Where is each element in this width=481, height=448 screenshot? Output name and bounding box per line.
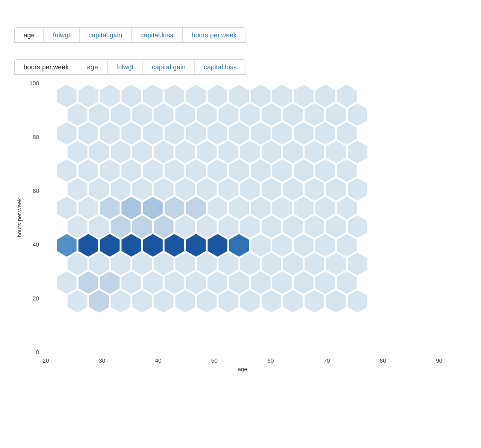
tab-capital-gain[interactable]: capital.gain — [80, 28, 131, 42]
x-axis-label: age — [43, 366, 442, 372]
tab-hours-per-week-top[interactable]: hours.per.week — [183, 28, 246, 42]
tab-capital-loss-bottom[interactable]: capital.loss — [195, 60, 246, 74]
svg-marker-112 — [261, 140, 282, 164]
svg-marker-105 — [229, 234, 249, 257]
svg-marker-19 — [78, 196, 99, 220]
svg-marker-118 — [261, 252, 282, 276]
svg-marker-21 — [78, 234, 99, 257]
svg-marker-4 — [68, 140, 88, 164]
svg-marker-65 — [164, 159, 185, 183]
svg-marker-36 — [111, 290, 131, 313]
svg-marker-11 — [56, 271, 77, 295]
tab-age[interactable]: age — [15, 28, 44, 42]
svg-marker-51 — [143, 122, 163, 145]
svg-marker-101 — [229, 159, 249, 183]
svg-marker-61 — [164, 84, 185, 108]
svg-marker-104 — [240, 215, 260, 239]
svg-marker-74 — [197, 103, 217, 127]
svg-marker-119 — [250, 271, 271, 295]
x-axis-area: 20 30 40 50 60 70 80 90 age — [43, 356, 467, 372]
svg-marker-14 — [89, 103, 109, 127]
svg-marker-20 — [89, 215, 109, 239]
svg-marker-33 — [99, 234, 120, 257]
tab-hours-per-week[interactable]: hours.per.week — [15, 60, 78, 74]
svg-marker-69 — [164, 234, 185, 257]
svg-marker-132 — [283, 290, 303, 313]
svg-marker-166 — [347, 252, 368, 276]
svg-marker-44 — [132, 215, 152, 239]
svg-marker-42 — [132, 178, 152, 201]
svg-marker-140 — [304, 215, 325, 239]
svg-marker-160 — [347, 140, 368, 164]
svg-marker-78 — [197, 178, 217, 201]
svg-marker-115 — [250, 196, 271, 220]
svg-marker-153 — [315, 234, 335, 257]
svg-marker-25 — [99, 84, 120, 108]
svg-marker-67 — [164, 196, 185, 220]
svg-marker-32 — [111, 215, 131, 239]
svg-marker-87 — [207, 122, 228, 145]
svg-marker-129 — [272, 234, 292, 257]
svg-marker-13 — [78, 84, 99, 108]
tab-fnlwgt[interactable]: fnlwgt — [44, 28, 80, 42]
svg-marker-126 — [283, 178, 303, 201]
svg-marker-163 — [337, 196, 357, 220]
svg-marker-71 — [164, 271, 185, 295]
svg-marker-145 — [315, 84, 335, 108]
svg-marker-139 — [294, 196, 314, 220]
svg-marker-8 — [68, 215, 88, 239]
svg-marker-106 — [240, 252, 260, 276]
svg-marker-124 — [283, 140, 303, 164]
svg-marker-114 — [261, 178, 282, 201]
svg-marker-100 — [240, 140, 260, 164]
svg-marker-58 — [154, 252, 174, 276]
tab-capital-loss[interactable]: capital.loss — [131, 28, 183, 42]
svg-marker-68 — [175, 215, 195, 239]
svg-marker-35 — [99, 271, 120, 295]
svg-marker-148 — [326, 140, 346, 164]
svg-marker-62 — [175, 103, 195, 127]
svg-marker-91 — [207, 196, 228, 220]
svg-marker-66 — [175, 178, 195, 201]
svg-marker-94 — [218, 252, 239, 276]
svg-marker-77 — [186, 159, 206, 183]
svg-marker-159 — [337, 122, 357, 145]
svg-marker-121 — [272, 84, 292, 108]
svg-marker-37 — [121, 84, 142, 108]
svg-marker-113 — [250, 159, 271, 183]
svg-marker-39 — [121, 122, 142, 145]
svg-marker-147 — [315, 122, 335, 145]
tab-age-bottom[interactable]: age — [78, 60, 107, 74]
svg-marker-28 — [111, 140, 131, 164]
svg-marker-168 — [347, 290, 368, 313]
svg-marker-158 — [347, 103, 368, 127]
svg-marker-64 — [175, 140, 195, 164]
svg-marker-24 — [89, 290, 109, 313]
svg-marker-17 — [78, 159, 99, 183]
tab-capital-gain-bottom[interactable]: capital.gain — [143, 60, 195, 74]
svg-marker-2 — [68, 103, 88, 127]
svg-marker-3 — [56, 122, 77, 145]
svg-marker-133 — [294, 84, 314, 108]
svg-marker-43 — [121, 196, 142, 220]
svg-marker-142 — [304, 252, 325, 276]
svg-marker-54 — [154, 178, 174, 201]
svg-marker-146 — [326, 103, 346, 127]
chart-area: hours.per.week 100 80 60 40 20 0 — [14, 80, 467, 356]
svg-marker-53 — [143, 159, 163, 183]
svg-marker-38 — [132, 103, 152, 127]
hex-chart — [43, 80, 442, 356]
svg-marker-97 — [229, 84, 249, 108]
tab-fnlwgt-bottom[interactable]: fnlwgt — [107, 60, 143, 74]
svg-marker-88 — [218, 140, 239, 164]
svg-marker-150 — [326, 178, 346, 201]
svg-marker-23 — [78, 271, 99, 295]
svg-marker-22 — [89, 252, 109, 276]
svg-marker-107 — [229, 271, 249, 295]
svg-marker-127 — [272, 196, 292, 220]
svg-marker-154 — [326, 252, 346, 276]
svg-marker-152 — [326, 215, 346, 239]
svg-marker-80 — [197, 215, 217, 239]
svg-marker-93 — [207, 234, 228, 257]
svg-marker-143 — [294, 271, 314, 295]
